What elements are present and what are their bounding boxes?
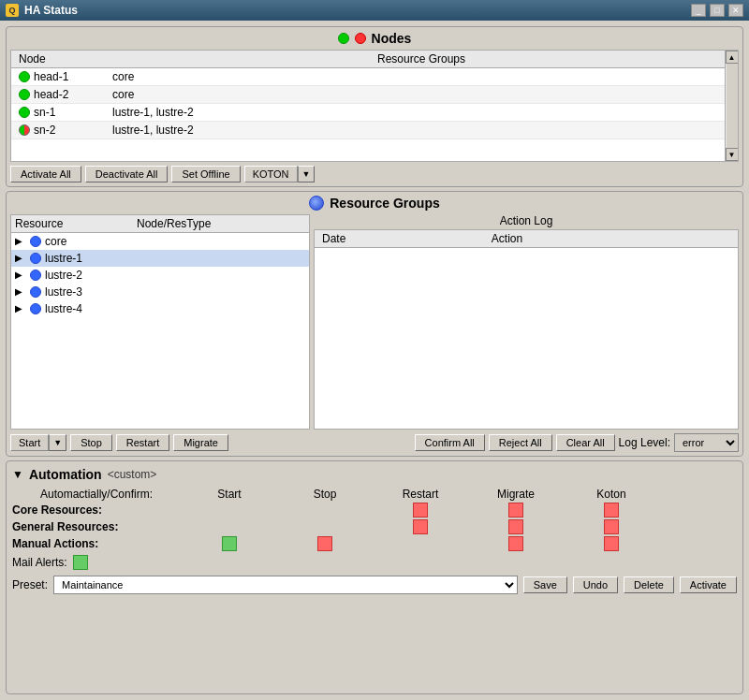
rg-title: Resource Groups [10, 196, 739, 211]
minimize-button[interactable]: _ [691, 4, 706, 17]
preset-select[interactable]: Maintainance Default Custom [53, 576, 518, 594]
res-col-header: Resource [15, 217, 137, 230]
resource-item[interactable]: ▶ lustre-3 [11, 284, 309, 300]
scroll-down[interactable]: ▼ [726, 148, 739, 161]
log-col-action: Action [484, 230, 738, 248]
node-name-cell: sn-2 [11, 122, 105, 139]
node-name: head-2 [34, 88, 68, 101]
resource-name: lustre-4 [45, 302, 82, 315]
manual-stop-checkbox[interactable] [317, 536, 332, 551]
log-level-select[interactable]: error warning info debug [674, 433, 739, 452]
expand-icon[interactable]: ▶ [15, 270, 26, 281]
manual-start-cell[interactable] [183, 536, 276, 551]
stop-button[interactable]: Stop [70, 434, 112, 451]
window-title: HA Status [24, 4, 78, 17]
automation-chevron[interactable]: ▼ [12, 468, 23, 481]
confirm-all-button[interactable]: Confirm All [415, 434, 485, 451]
koton-dropdown-arrow[interactable]: ▼ [298, 166, 316, 182]
auto-header-3: Restart [374, 488, 467, 501]
rg-toolbar: Start ▼ Stop Restart Migrate Confirm All… [10, 433, 739, 452]
undo-button[interactable]: Undo [573, 576, 618, 593]
activate-button[interactable]: Activate [680, 576, 737, 593]
core-migrate-cell[interactable] [469, 503, 563, 518]
node-name: head-1 [34, 70, 68, 83]
node-name: sn-1 [34, 106, 55, 119]
expand-icon[interactable]: ▶ [15, 253, 26, 264]
nodes-table-container: Node Resource Groups head-1 core head-2 … [10, 50, 739, 162]
general-resources-label: General Resources: [12, 520, 181, 533]
rg-body: Resource Node/ResType ▶ core ▶ lustre-1 … [10, 214, 739, 430]
clear-all-button[interactable]: Clear All [556, 434, 615, 451]
mail-alerts-checkbox[interactable] [73, 555, 88, 570]
restart-button[interactable]: Restart [116, 434, 169, 451]
preset-label: Preset: [12, 578, 48, 591]
node-row[interactable]: sn-1 lustre-1, lustre-2 [11, 104, 738, 122]
resource-name: lustre-1 [45, 252, 82, 265]
core-koton-checkbox[interactable] [604, 503, 619, 518]
node-rg-cell: core [105, 86, 738, 104]
manual-start-checkbox[interactable] [222, 536, 237, 551]
general-restart-cell[interactable] [374, 519, 467, 534]
core-restart-cell[interactable] [374, 503, 467, 518]
node-row[interactable]: head-2 core [11, 86, 738, 104]
manual-migrate-cell[interactable] [469, 536, 563, 551]
automation-title-text: Automation [29, 467, 102, 482]
core-resources-label: Core Resources: [12, 503, 181, 517]
automation-section: ▼ Automation <custom> Automactially/Conf… [6, 460, 743, 694]
scroll-up[interactable]: ▲ [726, 51, 739, 64]
resource-item[interactable]: ▶ lustre-1 [11, 250, 309, 267]
node-rg-cell: lustre-1, lustre-2 [105, 104, 738, 122]
expand-icon[interactable]: ▶ [15, 303, 26, 314]
general-koton-checkbox[interactable] [604, 519, 619, 534]
core-koton-cell[interactable] [565, 503, 658, 518]
resource-item[interactable]: ▶ lustre-4 [11, 300, 309, 317]
start-button[interactable]: Start [10, 434, 49, 451]
maximize-button[interactable]: □ [710, 4, 725, 17]
reject-all-button[interactable]: Reject All [489, 434, 552, 451]
koton-button[interactable]: KOTON [244, 166, 298, 182]
manual-koton-cell[interactable] [565, 536, 658, 551]
general-koton-cell[interactable] [565, 519, 658, 534]
expand-icon[interactable]: ▶ [15, 236, 26, 247]
res-node-col-header: Node/ResType [137, 217, 305, 230]
nodes-title-text: Nodes [372, 31, 412, 46]
general-migrate-checkbox[interactable] [508, 519, 523, 534]
expand-icon[interactable]: ▶ [15, 286, 26, 298]
resource-item[interactable]: ▶ lustre-2 [11, 267, 309, 284]
resource-status-dot [30, 236, 41, 247]
scroll-track [727, 64, 738, 148]
activate-all-button[interactable]: Activate All [10, 166, 81, 182]
save-button[interactable]: Save [523, 576, 567, 593]
delete-button[interactable]: Delete [624, 576, 674, 593]
general-migrate-cell[interactable] [469, 519, 563, 534]
nodes-col-rg: Resource Groups [105, 51, 738, 68]
node-row[interactable]: head-1 core [11, 68, 738, 86]
node-name-cell: head-1 [11, 68, 105, 86]
manual-migrate-checkbox[interactable] [508, 536, 523, 551]
core-restart-checkbox[interactable] [413, 503, 428, 518]
auto-header-4: Migrate [469, 488, 563, 501]
start-dropdown: Start ▼ [10, 434, 66, 451]
core-migrate-checkbox[interactable] [508, 503, 523, 518]
mail-alerts-label: Mail Alerts: [12, 556, 67, 569]
node-row[interactable]: sn-2 lustre-1, lustre-2 [11, 122, 738, 139]
nodes-section: Nodes Node Resource Groups head-1 core h… [6, 26, 743, 187]
manual-stop-cell[interactable] [278, 536, 372, 551]
set-offline-button[interactable]: Set Offline [171, 166, 240, 182]
nodes-col-node: Node [11, 51, 105, 68]
rg-globe-icon [309, 196, 324, 211]
nodes-scrollbar[interactable]: ▲ ▼ [725, 51, 738, 161]
nodes-toolbar: Activate All Deactivate All Set Offline … [10, 166, 739, 182]
migrate-button[interactable]: Migrate [173, 434, 228, 451]
close-button[interactable]: ✕ [728, 4, 743, 17]
deactivate-all-button[interactable]: Deactivate All [85, 166, 169, 182]
auto-header-2: Stop [278, 488, 372, 501]
preset-row: Preset: Maintainance Default Custom Save… [12, 576, 737, 594]
log-col-date: Date [315, 230, 484, 248]
resource-item[interactable]: ▶ core [11, 233, 309, 250]
start-dropdown-arrow[interactable]: ▼ [49, 434, 66, 451]
manual-koton-checkbox[interactable] [604, 536, 619, 551]
general-restart-checkbox[interactable] [413, 519, 428, 534]
node-rg-cell: lustre-1, lustre-2 [105, 122, 738, 139]
automation-preset-label: <custom> [108, 468, 157, 481]
